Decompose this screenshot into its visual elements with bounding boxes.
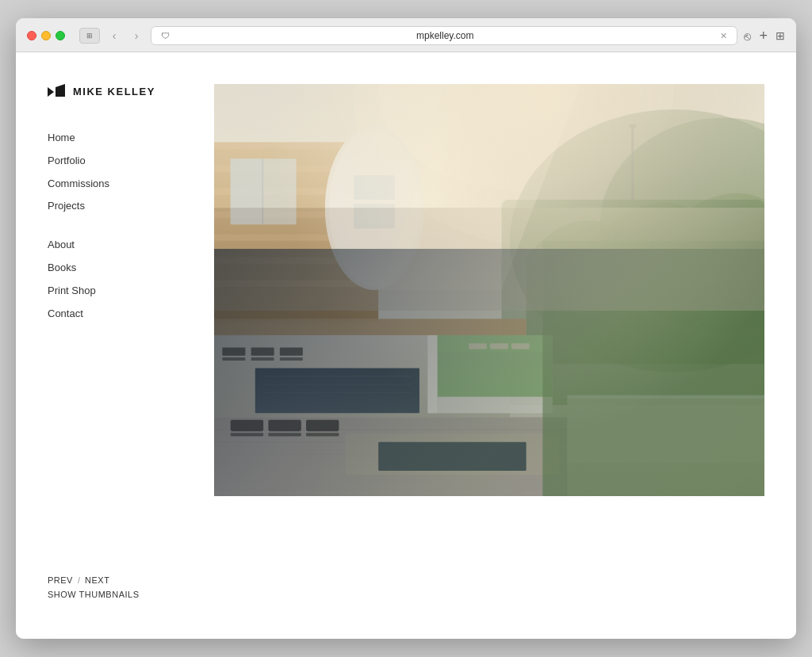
- svg-rect-7: [502, 200, 764, 405]
- maximize-button[interactable]: [56, 31, 65, 40]
- svg-rect-58: [542, 241, 764, 496]
- main-content: [198, 52, 796, 639]
- browser-chrome: ⊞ ‹ › 🛡 mpkelley.com ✕ ⎋ + ⊞: [16, 18, 796, 52]
- traffic-lights: [27, 31, 65, 40]
- svg-rect-52: [268, 433, 301, 436]
- browser-actions: ⎋ + ⊞: [744, 28, 785, 44]
- svg-rect-18: [231, 159, 297, 224]
- svg-rect-15: [214, 235, 378, 241]
- primary-nav: Home Portfolio Commissions Projects: [48, 127, 167, 218]
- browser-window: ⊞ ‹ › 🛡 mpkelley.com ✕ ⎋ + ⊞: [16, 18, 796, 639]
- svg-rect-24: [354, 204, 395, 228]
- svg-point-4: [378, 84, 674, 192]
- svg-rect-40: [438, 335, 553, 352]
- svg-rect-13: [214, 189, 378, 195]
- logo-area: MIKE KELLEY: [48, 84, 167, 98]
- svg-rect-57: [567, 395, 764, 399]
- nav-item-commissions[interactable]: Commissions: [48, 173, 167, 196]
- back-button[interactable]: ‹: [106, 28, 122, 44]
- svg-rect-25: [214, 319, 527, 335]
- share-icon[interactable]: ⎋: [744, 29, 751, 43]
- browser-titlebar: ⊞ ‹ › 🛡 mpkelley.com ✕ ⎋ + ⊞: [27, 26, 785, 45]
- show-thumbnails-button[interactable]: SHOW THUMBNAILS: [48, 590, 167, 599]
- forward-button[interactable]: ›: [128, 28, 144, 44]
- svg-rect-37: [427, 335, 437, 413]
- svg-rect-41: [469, 343, 487, 349]
- minimize-button[interactable]: [41, 31, 51, 40]
- svg-rect-33: [255, 368, 419, 413]
- svg-marker-0: [48, 87, 54, 97]
- svg-rect-32: [280, 357, 303, 361]
- svg-rect-9: [629, 124, 636, 128]
- svg-rect-44: [214, 418, 567, 496]
- svg-rect-20: [262, 159, 263, 224]
- svg-rect-50: [306, 420, 339, 432]
- svg-rect-31: [251, 357, 274, 361]
- hero-image-container: [214, 84, 764, 607]
- svg-rect-11: [214, 143, 378, 149]
- svg-rect-59: [214, 84, 764, 208]
- svg-rect-10: [214, 143, 378, 323]
- svg-rect-54: [346, 434, 559, 475]
- svg-rect-12: [214, 166, 378, 172]
- url-text: mpkelley.com: [174, 30, 715, 41]
- svg-point-6: [600, 117, 764, 330]
- svg-rect-42: [490, 343, 508, 349]
- security-icon: 🛡: [161, 31, 170, 40]
- svg-rect-14: [214, 212, 378, 218]
- grid-icon[interactable]: ⊞: [776, 29, 785, 42]
- nav-item-home[interactable]: Home: [48, 127, 167, 150]
- hero-svg: [214, 84, 764, 496]
- svg-point-22: [329, 130, 419, 286]
- svg-point-3: [354, 84, 764, 249]
- prev-button[interactable]: PREV: [48, 575, 73, 585]
- svg-rect-17: [214, 281, 378, 287]
- svg-rect-38: [438, 335, 553, 413]
- window-view-btn[interactable]: ⊞: [79, 28, 100, 44]
- tab-close-x[interactable]: ✕: [720, 31, 727, 41]
- next-button[interactable]: NEXT: [85, 575, 109, 585]
- browser-content: MIKE KELLEY Home Portfolio Commissions P…: [16, 52, 796, 639]
- nav-item-projects[interactable]: Projects: [48, 195, 167, 218]
- svg-rect-48: [231, 420, 263, 432]
- svg-rect-8: [631, 126, 634, 200]
- svg-rect-53: [306, 433, 339, 436]
- svg-marker-1: [56, 84, 65, 97]
- svg-rect-26: [214, 335, 510, 418]
- secondary-nav: About Books Print Shop Contact: [48, 234, 167, 325]
- svg-point-21: [325, 126, 423, 290]
- svg-rect-16: [214, 258, 378, 264]
- hero-image: [214, 84, 764, 496]
- new-tab-icon[interactable]: +: [759, 28, 768, 44]
- svg-rect-30: [222, 357, 245, 361]
- svg-rect-2: [214, 84, 764, 496]
- svg-rect-23: [354, 175, 395, 200]
- svg-rect-19: [231, 159, 262, 224]
- logo-text: MIKE KELLEY: [73, 86, 155, 97]
- nav-item-print-shop[interactable]: Print Shop: [48, 280, 167, 303]
- svg-rect-27: [222, 348, 245, 356]
- sidebar-spacer: [48, 341, 167, 560]
- sidebar: MIKE KELLEY Home Portfolio Commissions P…: [16, 52, 198, 639]
- nav-item-about[interactable]: About: [48, 234, 167, 257]
- nav-item-books[interactable]: Books: [48, 257, 167, 280]
- nav-item-portfolio[interactable]: Portfolio: [48, 150, 167, 173]
- svg-rect-29: [280, 348, 303, 356]
- image-prev-next: PREV / NEXT: [48, 575, 167, 585]
- svg-rect-49: [268, 420, 301, 432]
- svg-rect-51: [231, 433, 263, 436]
- svg-rect-39: [438, 335, 553, 397]
- nav-separator: /: [78, 575, 80, 585]
- close-button[interactable]: [27, 31, 36, 40]
- svg-marker-60: [378, 84, 584, 290]
- svg-rect-55: [378, 442, 526, 471]
- svg-rect-43: [511, 343, 530, 349]
- browser-controls: ⊞ ‹ ›: [79, 28, 144, 44]
- logo-icon: [48, 84, 65, 98]
- nav-item-contact[interactable]: Contact: [48, 303, 167, 326]
- svg-rect-56: [567, 397, 764, 463]
- image-controls: PREV / NEXT SHOW THUMBNAILS: [48, 560, 167, 607]
- svg-rect-28: [251, 348, 274, 356]
- svg-point-5: [510, 109, 764, 372]
- address-bar[interactable]: 🛡 mpkelley.com ✕: [151, 26, 737, 45]
